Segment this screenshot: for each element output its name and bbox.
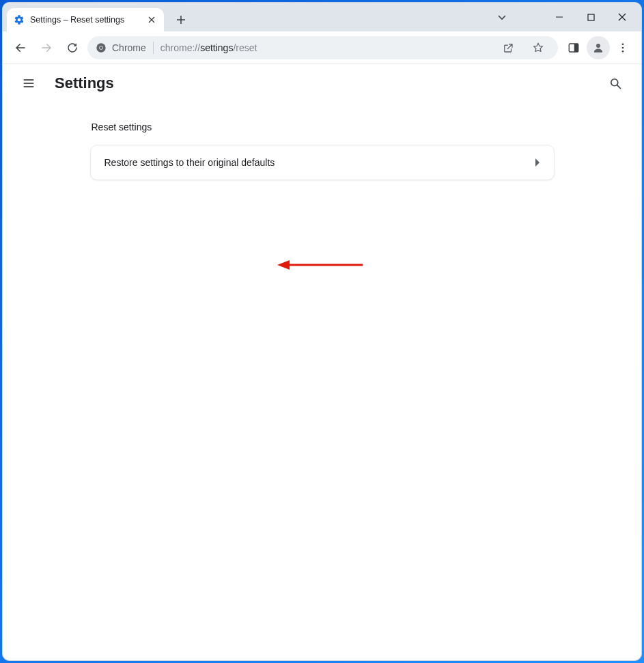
- page-title: Settings: [55, 74, 114, 92]
- svg-point-7: [622, 43, 624, 45]
- minimize-button[interactable]: [544, 7, 574, 27]
- section-heading: Reset settings: [92, 122, 555, 132]
- settings-header: Settings: [3, 64, 641, 102]
- svg-point-6: [596, 44, 600, 48]
- chrome-logo-icon: [96, 42, 107, 53]
- close-tab-button[interactable]: [146, 14, 157, 25]
- svg-point-3: [100, 46, 102, 49]
- omnibox-separator: [153, 42, 154, 54]
- bookmark-icon[interactable]: [527, 36, 550, 59]
- svg-point-9: [622, 50, 624, 52]
- reload-button[interactable]: [61, 37, 83, 59]
- tab-title: Settings – Reset settings: [30, 15, 124, 25]
- address-bar[interactable]: Chrome chrome:// settings /reset: [87, 36, 558, 59]
- tab-settings[interactable]: Settings – Reset settings: [7, 8, 164, 31]
- gear-icon: [14, 14, 25, 25]
- restore-defaults-label: Restore settings to their original defau…: [104, 157, 275, 168]
- restore-defaults-row[interactable]: Restore settings to their original defau…: [91, 145, 554, 180]
- svg-point-10: [611, 79, 618, 86]
- chevron-right-icon: [535, 158, 540, 167]
- maximize-button[interactable]: [576, 7, 606, 27]
- reset-settings-card: Restore settings to their original defau…: [90, 145, 555, 180]
- hamburger-menu-button[interactable]: [16, 71, 41, 96]
- svg-point-8: [622, 46, 624, 48]
- browser-window: Settings – Reset settings: [3, 3, 641, 660]
- search-settings-button[interactable]: [603, 71, 628, 96]
- back-button[interactable]: [10, 37, 31, 59]
- tab-strip: Settings – Reset settings: [3, 3, 641, 31]
- tab-search-button[interactable]: [492, 10, 512, 25]
- share-icon[interactable]: [496, 36, 520, 59]
- omnibox-chip-label: Chrome: [112, 42, 146, 53]
- settings-content: Reset settings Restore settings to their…: [3, 102, 641, 660]
- omnibox-url: chrome:// settings /reset: [160, 42, 257, 53]
- forward-button[interactable]: [36, 37, 57, 59]
- profile-avatar[interactable]: [587, 36, 610, 59]
- close-window-button[interactable]: [607, 7, 637, 27]
- browser-toolbar: Chrome chrome:// settings /reset: [3, 31, 641, 64]
- svg-rect-5: [574, 44, 578, 52]
- kebab-menu-icon[interactable]: [611, 36, 634, 59]
- window-controls: [544, 7, 637, 27]
- svg-rect-0: [588, 14, 594, 20]
- side-panel-icon[interactable]: [562, 36, 585, 59]
- new-tab-button[interactable]: [171, 10, 191, 30]
